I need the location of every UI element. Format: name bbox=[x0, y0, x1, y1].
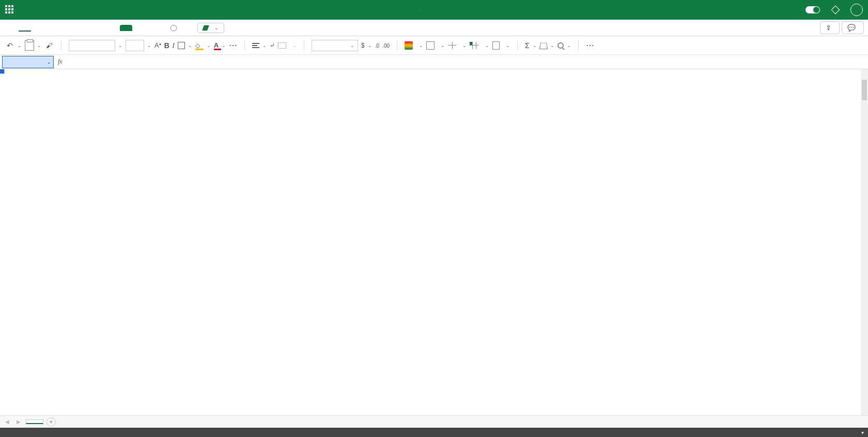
font-color-button[interactable]: A bbox=[214, 41, 219, 49]
number-format-dropdown[interactable]: ⌄ bbox=[312, 40, 358, 51]
tab-help[interactable] bbox=[105, 25, 118, 31]
diamond-icon bbox=[831, 6, 840, 14]
selection-highlight bbox=[0, 69, 4, 73]
share-button[interactable]: ⇪ bbox=[820, 21, 840, 34]
chevron-down-icon[interactable]: ⌄ bbox=[18, 43, 22, 48]
fill-color-button[interactable] bbox=[195, 42, 204, 49]
lightbulb-icon bbox=[171, 25, 177, 31]
share-icon: ⇪ bbox=[826, 24, 831, 32]
font-size-dropdown[interactable] bbox=[126, 40, 144, 51]
toolbar: ⌄ ⌄ ⌄ ⌄ A▴ B I ⌄ ⌄ A⌄ ⌄ ⌄ ⌄ ⌄ ⌄ ⌄ ⌄ ⌄ bbox=[0, 36, 868, 55]
decrease-decimal-button[interactable] bbox=[382, 42, 390, 49]
table-icon bbox=[448, 42, 456, 49]
chevron-down-icon[interactable]: ⌄ bbox=[47, 59, 51, 65]
font-family-dropdown[interactable] bbox=[69, 40, 115, 51]
more-font-options[interactable] bbox=[229, 40, 237, 50]
app-launcher-icon[interactable] bbox=[5, 5, 14, 14]
tell-me-search[interactable] bbox=[165, 22, 185, 34]
sort-filter-button[interactable] bbox=[539, 42, 548, 49]
status-caret[interactable]: ▾ bbox=[861, 430, 864, 435]
comments-button[interactable]: 💬 bbox=[842, 21, 864, 34]
go-premium-button[interactable] bbox=[832, 7, 841, 13]
format-as-table-icon bbox=[470, 42, 479, 49]
increase-decimal-button[interactable] bbox=[375, 42, 379, 49]
format-painter-button[interactable] bbox=[44, 41, 54, 50]
name-box[interactable]: ⌄ bbox=[2, 56, 54, 68]
format-icon bbox=[492, 41, 500, 50]
open-in-desktop-button[interactable] bbox=[144, 25, 156, 31]
add-sheet-button[interactable]: + bbox=[47, 417, 56, 427]
editing-mode-button[interactable]: ⌄ bbox=[197, 23, 224, 33]
paste-button[interactable] bbox=[25, 40, 34, 51]
user-avatar[interactable] bbox=[850, 4, 863, 16]
fx-icon[interactable]: fx bbox=[58, 58, 63, 66]
tab-insert[interactable] bbox=[33, 25, 45, 31]
sheet-nav-left[interactable]: ◀ bbox=[3, 419, 11, 425]
more-commands[interactable] bbox=[586, 40, 594, 50]
pencil-icon bbox=[202, 25, 209, 31]
sheet-tab-bar: ◀ ▶ + bbox=[0, 415, 868, 428]
sheet-nav-right[interactable]: ▶ bbox=[14, 419, 23, 425]
bold-button[interactable]: B bbox=[164, 41, 169, 50]
spreadsheet-grid[interactable] bbox=[0, 69, 868, 415]
formula-bar-input[interactable] bbox=[67, 57, 868, 67]
align-button[interactable] bbox=[252, 43, 259, 48]
tab-home[interactable] bbox=[19, 24, 31, 32]
name-box-input[interactable] bbox=[5, 58, 41, 66]
find-button[interactable] bbox=[557, 42, 564, 49]
chevron-down-icon: ⌄ bbox=[419, 7, 423, 12]
status-bar: ▾ bbox=[0, 428, 868, 437]
toggle-icon bbox=[805, 6, 820, 13]
tab-data[interactable] bbox=[62, 25, 74, 31]
tab-formulas[interactable] bbox=[48, 25, 60, 31]
document-title[interactable]: ⌄ bbox=[32, 7, 805, 12]
sheet-tab[interactable] bbox=[26, 419, 43, 424]
tab-table-design[interactable] bbox=[120, 25, 132, 31]
chevron-down-icon: ⌄ bbox=[214, 25, 219, 31]
formula-bar-row: ⌄ fx bbox=[0, 55, 868, 69]
undo-button[interactable] bbox=[5, 41, 14, 50]
chevron-down-icon[interactable]: ⌄ bbox=[37, 43, 41, 48]
borders-button[interactable] bbox=[178, 42, 185, 49]
title-bar: ⌄ bbox=[0, 0, 868, 20]
comment-icon: 💬 bbox=[847, 24, 856, 32]
conditional-formatting-icon bbox=[405, 41, 413, 50]
single-line-ribbon-toggle[interactable] bbox=[805, 6, 823, 13]
tab-file[interactable] bbox=[4, 25, 17, 31]
wrap-text-button[interactable] bbox=[270, 42, 275, 49]
merge-button[interactable] bbox=[278, 42, 286, 49]
scrollbar-thumb[interactable] bbox=[862, 80, 867, 100]
ribbon-tabs: ⌄ ⇪ 💬 bbox=[0, 20, 868, 36]
styles-icon bbox=[426, 41, 435, 50]
currency-button[interactable] bbox=[361, 42, 365, 49]
tab-review[interactable] bbox=[76, 25, 89, 31]
italic-button[interactable]: I bbox=[173, 41, 175, 50]
tab-view[interactable] bbox=[91, 25, 103, 31]
vertical-scrollbar[interactable] bbox=[861, 69, 868, 415]
increase-font-button[interactable]: A▴ bbox=[154, 41, 161, 49]
autosum-button[interactable] bbox=[525, 41, 530, 50]
